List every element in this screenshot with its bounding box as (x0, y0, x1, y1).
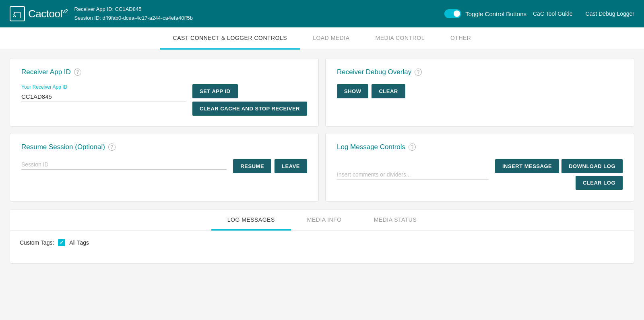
log-message-title: Log Message Controls ? (337, 143, 623, 151)
log-message-help-icon[interactable]: ? (409, 143, 416, 151)
log-controls-body: INSERT MESSAGE DOWNLOAD LOG CLEAR LOG (337, 159, 623, 190)
resume-session-card: Resume Session (Optional) ? RESUME LEAVE (10, 133, 319, 202)
resume-session-body: RESUME LEAVE (21, 159, 307, 173)
main-tabs: CAST CONNECT & LOGGER CONTROLS LOAD MEDI… (0, 27, 644, 50)
download-log-button[interactable]: DOWNLOAD LOG (561, 159, 623, 173)
custom-tags-row: Custom Tags: All Tags (20, 239, 624, 246)
custom-tags-label: Custom Tags: (20, 239, 54, 246)
log-message-card: Log Message Controls ? INSERT MESSAGE DO… (325, 133, 634, 202)
all-tags-checkbox[interactable] (58, 239, 65, 246)
toggle-control: Toggle Control Buttons (444, 9, 526, 18)
logo-text: Cactoolv2 (28, 8, 68, 20)
bottom-tabs: LOG MESSAGES MEDIA INFO MEDIA STATUS (10, 210, 634, 231)
receiver-app-id-help-icon[interactable]: ? (74, 69, 81, 76)
leave-button[interactable]: LEAVE (275, 159, 307, 173)
receiver-debug-title: Receiver Debug Overlay ? (337, 68, 623, 76)
header: Cactoolv2 Receiver App ID: CC1AD845 Sess… (0, 0, 644, 27)
resume-session-btn-group: RESUME LEAVE (233, 159, 307, 173)
main-content: Receiver App ID ? Your Receiver App ID S… (0, 50, 644, 272)
bottom-content: Custom Tags: All Tags (10, 231, 634, 263)
receiver-debug-card: Receiver Debug Overlay ? SHOW CLEAR (325, 58, 634, 127)
bottom-section: LOG MESSAGES MEDIA INFO MEDIA STATUS Cus… (10, 210, 634, 264)
receiver-app-id-input[interactable] (21, 91, 186, 102)
header-info: Receiver App ID: CC1AD845 Session ID: df… (74, 5, 438, 23)
receiver-app-id-card: Receiver App ID ? Your Receiver App ID S… (10, 58, 319, 127)
tab-log-messages[interactable]: LOG MESSAGES (211, 210, 291, 231)
receiver-app-id-input-label: Your Receiver App ID (21, 84, 186, 90)
resume-button[interactable]: RESUME (233, 159, 271, 173)
cac-tool-guide-link[interactable]: CaC Tool Guide (533, 10, 573, 17)
receiver-debug-help-icon[interactable]: ? (415, 69, 422, 76)
log-btn-group: INSERT MESSAGE DOWNLOAD LOG CLEAR LOG (495, 159, 623, 190)
resume-session-title: Resume Session (Optional) ? (21, 143, 307, 151)
log-btn-row-1: INSERT MESSAGE DOWNLOAD LOG (495, 159, 623, 173)
clear-button[interactable]: CLEAR (372, 84, 405, 98)
session-id-input-group (21, 159, 227, 170)
tab-load-media[interactable]: LOAD MEDIA (300, 27, 362, 50)
tab-media-status[interactable]: MEDIA STATUS (358, 210, 433, 231)
clear-log-button[interactable]: CLEAR LOG (576, 176, 623, 190)
toggle-label: Toggle Control Buttons (465, 10, 526, 17)
cards-grid: Receiver App ID ? Your Receiver App ID S… (10, 58, 634, 202)
clear-cache-button[interactable]: CLEAR CACHE AND STOP RECEIVER (192, 102, 307, 116)
session-id-input[interactable] (21, 159, 227, 170)
resume-session-help-icon[interactable]: ? (108, 143, 116, 151)
log-message-input[interactable] (337, 170, 489, 180)
receiver-app-id-body: Your Receiver App ID SET APP ID CLEAR CA… (21, 84, 307, 116)
log-btn-row-2: CLEAR LOG (576, 176, 623, 190)
receiver-app-id-title: Receiver App ID ? (21, 68, 307, 76)
tab-other[interactable]: OTHER (438, 27, 484, 50)
cast-icon (10, 6, 25, 21)
header-links: CaC Tool Guide Cast Debug Logger (533, 10, 634, 17)
set-app-id-button[interactable]: SET APP ID (192, 84, 238, 98)
cast-debug-logger-link[interactable]: Cast Debug Logger (586, 10, 634, 17)
insert-message-button[interactable]: INSERT MESSAGE (495, 159, 559, 173)
tab-media-info[interactable]: MEDIA INFO (291, 210, 358, 231)
receiver-app-id-info: Receiver App ID: CC1AD845 (74, 5, 438, 14)
receiver-debug-btn-group: SHOW CLEAR (337, 84, 623, 98)
receiver-app-id-input-group: Your Receiver App ID (21, 84, 186, 102)
tab-cast-connect[interactable]: CAST CONNECT & LOGGER CONTROLS (160, 27, 300, 50)
receiver-app-id-btn-group: SET APP ID CLEAR CACHE AND STOP RECEIVER (192, 84, 307, 116)
logo: Cactoolv2 (10, 6, 68, 21)
logo-version: v2 (62, 8, 68, 15)
tab-media-control[interactable]: MEDIA CONTROL (363, 27, 438, 50)
show-button[interactable]: SHOW (337, 84, 368, 98)
session-id-info: Session ID: dff9fab0-dcea-4c17-a244-ca4e… (74, 14, 438, 23)
toggle-switch[interactable] (444, 9, 461, 18)
all-tags-label: All Tags (69, 239, 89, 246)
